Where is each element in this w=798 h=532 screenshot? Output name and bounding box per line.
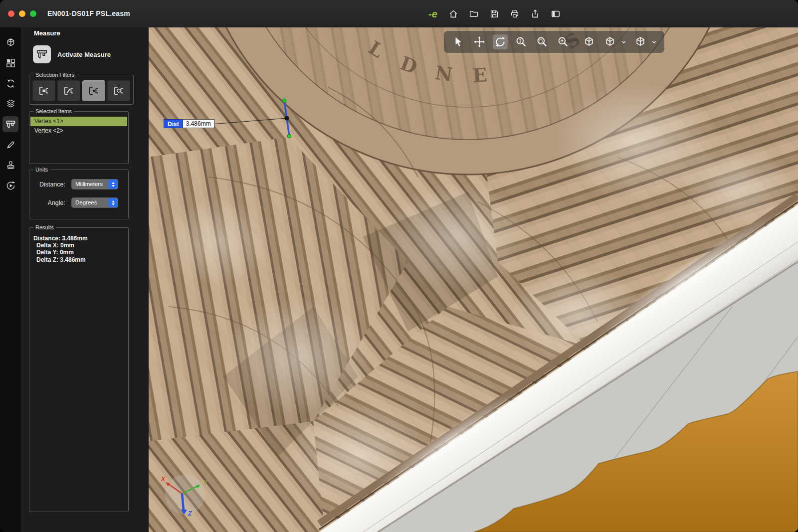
measure-caliper-icon — [36, 48, 48, 60]
window-title: EN001-DS01F PSL.easm — [47, 0, 130, 27]
rotate-arrows-icon — [494, 36, 506, 48]
toggle-panel-icon — [551, 9, 561, 19]
select-tool-button[interactable] — [451, 34, 466, 49]
filter-edges-button[interactable] — [57, 80, 80, 101]
view-orientation-button[interactable] — [602, 34, 617, 49]
distance-units-select[interactable]: Millimeters — [71, 179, 118, 189]
distance-units-value: Millimeters — [75, 179, 103, 189]
result-delta-y: Delta Y: 0mm — [33, 249, 124, 256]
engraving-letter: E — [472, 63, 488, 87]
list-item-vertex-2[interactable]: Vertex <2> — [30, 126, 127, 136]
sidebar-item-components[interactable] — [2, 55, 18, 71]
print-button[interactable] — [509, 7, 521, 20]
sidebar-item-measure[interactable] — [2, 116, 18, 132]
home-button[interactable] — [447, 7, 459, 20]
zoom-fit-tool-button[interactable] — [556, 34, 571, 49]
minimize-button[interactable] — [19, 10, 25, 17]
chevron-down-icon[interactable] — [620, 39, 627, 45]
zoom-area-icon — [536, 36, 548, 48]
activate-measure-icon-button[interactable] — [33, 45, 51, 63]
filter-vertices-icon — [88, 85, 100, 97]
side-toolbar — [0, 27, 21, 532]
app-window: EN001-DS01F PSL.easm -e Measure Activate… — [0, 0, 798, 532]
popup-stepper-icon — [108, 179, 118, 189]
triad-x-label: X — [161, 476, 166, 483]
measurement-callout[interactable]: Dist 3.486mm — [164, 119, 214, 128]
popup-stepper-icon — [108, 198, 118, 207]
viewport-toolbar — [444, 31, 664, 53]
distance-units-label: Distance: — [32, 181, 65, 188]
result-delta-z: Delta Z: 3.486mm — [33, 256, 124, 263]
share-icon — [530, 9, 540, 19]
zoom-fit-icon — [557, 36, 569, 48]
result-delta-x: Delta X: 0mm — [33, 242, 124, 249]
selection-filters-legend: Selection Filters — [33, 72, 76, 78]
open-folder-icon — [469, 9, 479, 19]
angle-units-label: Angle: — [32, 199, 65, 206]
activate-measure-button[interactable]: Activate Measure — [33, 45, 111, 63]
share-button[interactable] — [529, 7, 541, 20]
save-button[interactable] — [488, 7, 500, 20]
3d-model-scene: S E N D L — [149, 27, 798, 532]
filter-faces-button[interactable] — [32, 80, 55, 101]
filter-edges-icon — [63, 85, 75, 97]
toggle-panel-button[interactable] — [550, 7, 562, 20]
results-legend: Results — [33, 224, 56, 230]
selection-filters-group: Selection Filters — [29, 72, 134, 105]
triad-y-label: Y — [203, 479, 207, 486]
measure-caliper-icon — [5, 119, 16, 130]
measurement-tag: Dist — [164, 119, 183, 128]
cursor-icon — [452, 36, 464, 48]
sidebar-item-animate[interactable] — [2, 177, 18, 193]
sidebar-item-model[interactable] — [2, 34, 18, 50]
pan-tool-button[interactable] — [472, 34, 487, 49]
home-icon — [448, 9, 458, 19]
save-icon — [489, 9, 499, 19]
measure-panel: Measure Activate Measure Selection Filte… — [21, 27, 149, 532]
layers-icon — [5, 99, 16, 109]
zoom-area-tool-button[interactable] — [535, 34, 550, 49]
measurement-value: 3.486mm — [183, 119, 214, 128]
sidebar-item-markup[interactable] — [2, 137, 18, 153]
print-icon — [510, 9, 520, 19]
units-legend: Units — [33, 167, 50, 173]
selected-items-group: Selected Items Vertex <1> Vertex <2> — [29, 108, 129, 164]
sidebar-item-stamp[interactable] — [2, 157, 18, 173]
section-cube-icon — [583, 36, 595, 48]
activate-measure-label: Activate Measure — [57, 51, 111, 58]
list-item-vertex-1[interactable]: Vertex <1> — [30, 117, 127, 126]
3d-viewport[interactable]: S E N D L — [149, 27, 798, 532]
components-grid-icon — [5, 58, 16, 68]
selected-items-legend: Selected Items — [33, 108, 74, 114]
selected-items-list: Vertex <1> Vertex <2> — [30, 117, 127, 136]
model-cube-icon — [5, 37, 16, 48]
display-style-cube-icon — [634, 36, 646, 48]
stamp-icon — [5, 160, 16, 171]
zoom-window-button[interactable] — [30, 10, 36, 17]
angle-units-value: Degrees — [75, 197, 97, 208]
triad-z-label: Z — [188, 510, 192, 517]
filter-vertices-button[interactable] — [82, 80, 105, 101]
markup-pen-icon — [5, 140, 16, 150]
close-button[interactable] — [8, 10, 14, 17]
animate-icon — [5, 180, 16, 191]
sidebar-item-configurations[interactable] — [2, 96, 18, 112]
sidebar-item-reset[interactable] — [2, 75, 18, 91]
titlebar: EN001-DS01F PSL.easm -e — [0, 0, 798, 28]
vertex-point-1 — [282, 99, 286, 103]
rotate-tool-button[interactable] — [493, 34, 508, 49]
engraving-letter: N — [434, 61, 454, 86]
zoom-icon — [515, 36, 527, 48]
open-button[interactable] — [468, 7, 480, 20]
results-group: Results Distance: 3.486mm Delta X: 0mm D… — [29, 224, 129, 512]
zoom-tool-button[interactable] — [514, 34, 529, 49]
results-body: Distance: 3.486mm Delta X: 0mm Delta Y: … — [32, 232, 125, 263]
chevron-down-icon[interactable] — [651, 39, 657, 45]
angle-units-select[interactable]: Degrees — [71, 197, 118, 208]
filter-faces-icon — [38, 85, 50, 97]
reset-arrows-icon — [5, 78, 16, 89]
filter-solids-button[interactable] — [107, 80, 130, 101]
display-style-button[interactable] — [633, 34, 648, 49]
section-tool-button[interactable] — [582, 34, 597, 49]
traffic-lights — [8, 10, 36, 17]
